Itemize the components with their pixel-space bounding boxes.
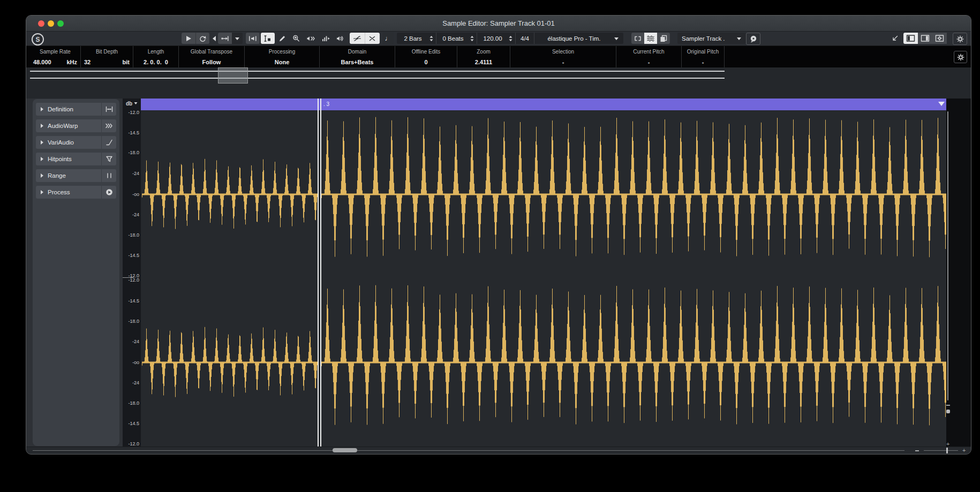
info-value[interactable]: None xyxy=(248,59,316,65)
open-in-lower-zone-button[interactable] xyxy=(889,33,900,44)
chevron-down-icon[interactable] xyxy=(614,36,619,41)
overview-view-range[interactable] xyxy=(218,67,248,84)
show-regions-button[interactable] xyxy=(631,33,644,44)
draw-tool-button[interactable] xyxy=(276,33,289,44)
info-col-selection: Selection- xyxy=(510,46,616,67)
info-value[interactable]: Bars+Beats xyxy=(323,59,391,65)
show-right-zone-button[interactable] xyxy=(918,33,932,44)
inspector-section-definition[interactable]: Definition xyxy=(36,103,116,116)
project-cursor[interactable] xyxy=(318,99,321,446)
inspector-section-range[interactable]: Range xyxy=(36,169,116,182)
info-label: Bit Depth xyxy=(81,49,133,55)
vertical-zoom-minus[interactable] xyxy=(946,405,950,406)
info-col-current-pitch: Current Pitch- xyxy=(616,46,682,67)
crossfade-x-button[interactable] xyxy=(365,33,380,44)
algorithm-dropdown[interactable]: élastique Pro - Tim. xyxy=(534,33,614,44)
comment-bubble-button[interactable] xyxy=(746,33,760,45)
info-label: Length xyxy=(133,49,178,55)
info-value[interactable]: 48.000kHz xyxy=(33,59,77,65)
play-button[interactable] xyxy=(182,33,195,44)
info-label: Zoom xyxy=(457,49,510,55)
edit-clips-button[interactable] xyxy=(657,33,670,44)
audiowarp-arrows-icon[interactable] xyxy=(101,119,116,132)
info-value[interactable]: 2.4111 xyxy=(461,59,507,65)
inspector-section-process[interactable]: Process xyxy=(36,186,116,199)
play-icon xyxy=(184,34,193,43)
pane-left-icon xyxy=(906,34,915,42)
snap-to-zero-crossing-button[interactable] xyxy=(350,33,365,44)
info-value[interactable]: - xyxy=(514,59,613,65)
hitpoints-filter-icon[interactable] xyxy=(101,153,116,165)
definition-markers-icon[interactable] xyxy=(101,103,116,116)
show-left-zone-button[interactable] xyxy=(903,33,918,44)
scrub-tool-button[interactable] xyxy=(304,33,318,44)
horizontal-scrollbar-track[interactable] xyxy=(33,450,904,451)
range-selection-tool-button[interactable] xyxy=(261,33,275,44)
db-tick-label: -14.5 xyxy=(128,421,139,426)
autoscroll-button[interactable] xyxy=(218,33,232,44)
process-play-icon[interactable] xyxy=(101,186,116,199)
zoom-tool-button[interactable] xyxy=(290,33,303,44)
spinner-arrows-icon[interactable] xyxy=(470,35,474,42)
db-tick-label: -12.0 xyxy=(128,441,139,446)
range-bars-icon[interactable] xyxy=(101,169,116,182)
offset-value[interactable]: 0 Beats xyxy=(436,33,470,44)
info-value[interactable]: Follow xyxy=(182,59,241,65)
info-line-setup-button[interactable] xyxy=(954,51,967,63)
vertical-zoom-handle[interactable] xyxy=(946,410,950,413)
grid-value[interactable]: 2 Bars xyxy=(397,33,429,44)
loop-icon xyxy=(198,34,207,43)
show-multiple-waveforms-button[interactable] xyxy=(644,33,657,44)
horizontal-zoom-track[interactable] xyxy=(924,450,958,451)
overview-waveform-line xyxy=(30,71,725,72)
audition-button[interactable] xyxy=(246,33,260,44)
horizontal-scrollbar-handle[interactable] xyxy=(333,448,357,452)
right-margin: + xyxy=(946,99,971,446)
inspector-panel: DefinitionAudioWarpVariAudioHitpointsRan… xyxy=(33,99,119,446)
toolbar-setup-button[interactable] xyxy=(953,33,967,45)
info-value[interactable]: - xyxy=(685,59,721,65)
vertical-scrollbar-handle[interactable] xyxy=(947,111,948,400)
inspector-section-hitpoints[interactable]: Hitpoints xyxy=(36,153,116,165)
audition-loop-button[interactable] xyxy=(319,33,333,44)
overview-strip[interactable] xyxy=(26,67,971,99)
timeline-ruler[interactable]: . 3 xyxy=(141,99,946,110)
db-tick-label: -12.0 xyxy=(128,277,139,283)
horizontal-zoom-plus[interactable]: + xyxy=(962,448,966,453)
disclosure-triangle-icon xyxy=(41,107,43,111)
audition-volume-button[interactable] xyxy=(334,33,346,44)
horizontal-zoom-minus[interactable] xyxy=(915,450,919,451)
time-signature-value[interactable]: 4/4 xyxy=(516,33,534,44)
ruler-end-marker[interactable] xyxy=(938,102,945,106)
section-label: Hitpoints xyxy=(48,156,101,162)
waveform-display[interactable] xyxy=(141,110,946,446)
info-col-domain: DomainBars+Beats xyxy=(320,46,395,67)
speech-bubble-icon xyxy=(749,35,758,43)
info-value[interactable]: 2. 0. 0. 0 xyxy=(137,59,175,65)
autoscroll-group xyxy=(218,33,243,44)
quantize-note-button[interactable]: ♩ xyxy=(383,33,394,44)
loop-playback-button[interactable] xyxy=(195,33,210,44)
level-scale-menu[interactable]: db xyxy=(123,101,141,107)
track-selector-value: Sampler Track . xyxy=(682,35,725,42)
spinner-arrows-icon[interactable] xyxy=(508,35,513,42)
setup-window-layout-button[interactable] xyxy=(932,33,947,44)
collapse-toolbar-button[interactable] xyxy=(210,33,217,44)
autoscroll-options-dropdown[interactable] xyxy=(232,33,243,44)
info-value[interactable]: - xyxy=(620,59,678,65)
inspector-section-audiowarp[interactable]: AudioWarp xyxy=(36,119,116,132)
track-selector-dropdown[interactable]: Sampler Track . xyxy=(677,33,746,44)
inspector-section-variaudio[interactable]: VariAudio xyxy=(36,136,116,149)
horizontal-zoom-handle[interactable] xyxy=(946,448,948,453)
variaudio-pitch-icon[interactable] xyxy=(101,136,116,149)
steinberg-logo-button[interactable]: S xyxy=(32,33,44,46)
range-selection-icon xyxy=(263,34,272,43)
spinner-arrows-icon[interactable] xyxy=(429,35,434,42)
info-col-zoom: Zoom2.4111 xyxy=(457,46,510,67)
tempo-value[interactable]: 120.00 xyxy=(477,33,508,44)
info-value[interactable]: 0 xyxy=(398,59,454,65)
info-value[interactable]: 32bit xyxy=(84,59,130,65)
info-col-global-transpose: Global TransposeFollow xyxy=(179,46,245,67)
vertical-zoom-plus[interactable]: + xyxy=(946,441,949,446)
gear-icon xyxy=(956,35,964,43)
